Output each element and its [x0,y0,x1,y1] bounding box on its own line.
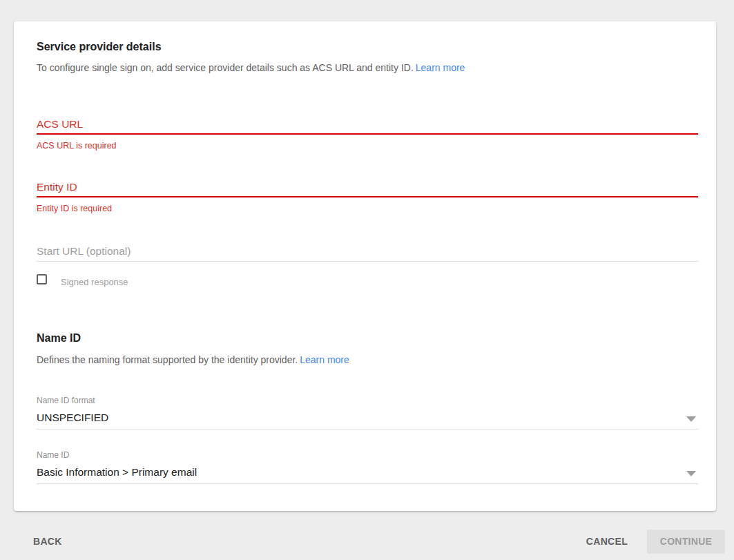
signed-response-label[interactable]: Signed response [61,277,128,287]
page-description-text: To configure single sign on, add service… [37,62,414,73]
start-url-input[interactable] [37,242,698,262]
acs-url-input[interactable] [37,115,698,135]
cancel-button[interactable]: CANCEL [586,536,628,547]
name-id-learn-more-link[interactable]: Learn more [300,354,349,365]
name-id-format-label: Name ID format [37,396,95,405]
page-title: Service provider details [37,40,162,54]
name-id-value: Basic Information > Primary email [37,463,698,482]
learn-more-link[interactable]: Learn more [416,62,465,73]
entity-id-error-message: Entity ID is required [37,204,112,214]
continue-button[interactable]: CONTINUE [647,530,725,554]
name-id-format-select[interactable]: UNSPECIFIED [37,408,698,429]
back-button[interactable]: BACK [33,536,62,547]
name-id-select[interactable]: Basic Information > Primary email [37,463,698,484]
name-id-section-title: Name ID [37,331,81,345]
name-id-format-value: UNSPECIFIED [37,408,698,427]
signed-response-checkbox[interactable] [37,274,47,284]
name-id-description: Defines the naming format supported by t… [37,354,349,366]
name-id-label: Name ID [37,450,69,460]
service-provider-card: Service provider details To configure si… [14,21,716,511]
chevron-down-icon [686,416,696,422]
chevron-down-icon [686,471,696,476]
page-background: { "colors": { "page_background": "#edede… [0,0,734,560]
entity-id-input[interactable] [37,177,698,197]
acs-url-error-message: ACS URL is required [37,141,117,151]
page-description: To configure single sign on, add service… [37,62,465,74]
name-id-description-text: Defines the naming format supported by t… [37,354,298,365]
